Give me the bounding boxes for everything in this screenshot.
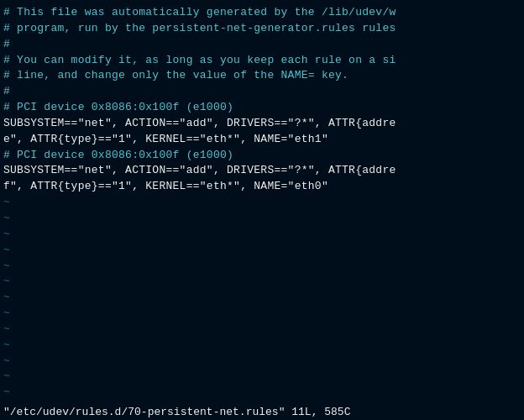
terminal-line: # PCI device 0x8086:0x100f (e1000): [3, 100, 521, 116]
terminal-line: f", ATTR{type}=="1", KERNEL=="eth*", NAM…: [3, 179, 521, 195]
terminal-line: #: [3, 37, 521, 53]
terminal-line: ~: [3, 243, 521, 259]
terminal-line: #: [3, 84, 521, 100]
terminal-window[interactable]: # This file was automatically generated …: [0, 0, 524, 420]
terminal-line: ~: [3, 195, 521, 211]
terminal-line: # This file was automatically generated …: [3, 5, 521, 21]
terminal-line: e", ATTR{type}=="1", KERNEL=="eth*", NAM…: [3, 132, 521, 148]
terminal-line: ~: [3, 369, 521, 385]
terminal-line: # You can modify it, as long as you keep…: [3, 53, 521, 69]
terminal-line: ~: [3, 306, 521, 322]
terminal-line: # program, run by the persistent-net-gen…: [3, 21, 521, 37]
terminal-content: # This file was automatically generated …: [3, 5, 521, 420]
terminal-line: # line, and change only the value of the…: [3, 68, 521, 84]
terminal-line: ~: [3, 227, 521, 243]
terminal-line: ~: [3, 338, 521, 354]
terminal-line: ~: [3, 385, 521, 401]
terminal-line: ~: [3, 211, 521, 227]
terminal-line: ~: [3, 290, 521, 306]
terminal-line: SUBSYSTEM=="net", ACTION=="add", DRIVERS…: [3, 116, 521, 132]
terminal-line: ~: [3, 354, 521, 370]
terminal-line: SUBSYSTEM=="net", ACTION=="add", DRIVERS…: [3, 163, 521, 179]
terminal-line: ~: [3, 322, 521, 338]
status-bar: "/etc/udev/rules.d/70-persistent-net.rul…: [0, 404, 524, 420]
terminal-line: ~: [3, 259, 521, 275]
terminal-line: # PCI device 0x8086:0x100f (e1000): [3, 148, 521, 164]
terminal-line: ~: [3, 274, 521, 290]
